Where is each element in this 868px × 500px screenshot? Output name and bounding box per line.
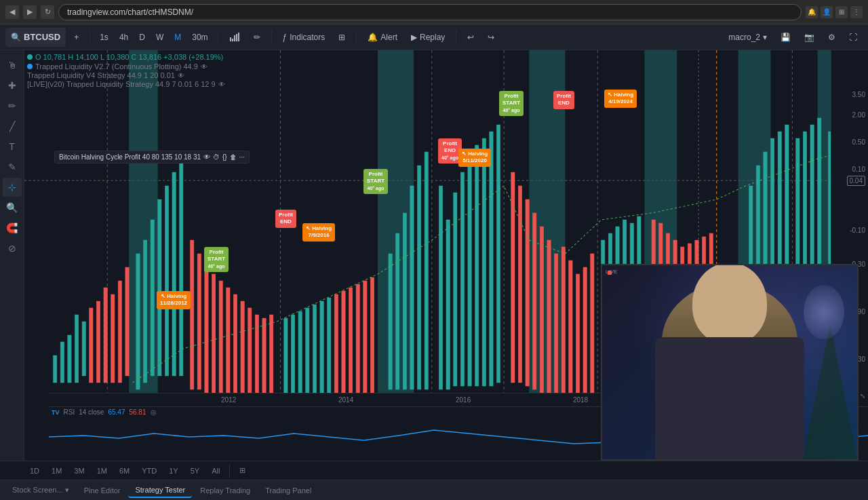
svg-rect-49: [248, 308, 252, 396]
scale-button[interactable]: ⤡: [860, 392, 865, 400]
bookmark-tool[interactable]: ⊘: [3, 239, 22, 258]
tf-bottom-1m[interactable]: 1M: [46, 464, 67, 478]
strategy-label[interactable]: Bitcoin Halving Cycle Profit 40 80 135 1…: [54, 151, 250, 164]
add-symbol-button[interactable]: +: [68, 28, 84, 47]
timeframe-bottom: 1D 1M 3M 1M 6M YTD 1Y 5Y All ⊞: [0, 461, 868, 480]
svg-rect-45: [219, 281, 222, 400]
crosshair-tool[interactable]: ✚: [3, 76, 22, 95]
camera-button[interactable]: 📷: [799, 28, 820, 47]
tf-1s[interactable]: 1s: [96, 28, 113, 47]
tf-compare-button[interactable]: ⊞: [234, 464, 251, 478]
svg-rect-92: [591, 254, 594, 393]
separator-1: [90, 31, 90, 44]
time-2012: 2012: [221, 396, 236, 404]
strategy-edit-icon[interactable]: ⏱: [213, 153, 220, 161]
svg-rect-90: [576, 274, 579, 393]
strategy-eye-icon[interactable]: 👁: [203, 153, 210, 161]
tab-stock-screen[interactable]: Stock Screen... ▾: [5, 483, 76, 498]
strategy-settings-icon[interactable]: {}: [222, 153, 227, 161]
separator-3: [271, 31, 272, 44]
browser-icon-4[interactable]: ⋮: [850, 6, 863, 18]
svg-rect-67: [396, 233, 399, 389]
redo-button[interactable]: ↪: [482, 28, 500, 47]
address-bar[interactable]: tradingview.com/chart/ctHMSDNM/: [58, 4, 802, 20]
svg-rect-43: [205, 267, 208, 396]
text-tool[interactable]: T: [3, 137, 22, 156]
svg-rect-73: [446, 220, 450, 389]
pen-tool[interactable]: ✏: [3, 96, 22, 115]
svg-rect-32: [118, 281, 121, 383]
tab-pine-editor[interactable]: Pine Editor: [77, 483, 127, 498]
settings-button[interactable]: ⚙: [823, 28, 841, 47]
svg-rect-23: [54, 355, 57, 383]
symbol-search[interactable]: 🔍 BTCUSD: [5, 28, 66, 47]
undo-button[interactable]: ↩: [462, 28, 479, 47]
tf-4h[interactable]: 4h: [115, 28, 132, 47]
browser-icon-1[interactable]: 🔔: [806, 6, 818, 18]
svg-rect-59: [328, 298, 331, 393]
drawing-button[interactable]: ✏: [248, 28, 266, 47]
svg-rect-78: [482, 138, 486, 386]
pencil-tool[interactable]: ✎: [3, 157, 22, 176]
svg-rect-30: [104, 288, 107, 383]
tf-bottom-6m[interactable]: 6M: [114, 464, 135, 478]
browser-icon-3[interactable]: ⊞: [835, 6, 848, 18]
browser-icon-2[interactable]: 👤: [821, 6, 833, 18]
svg-rect-60: [334, 294, 338, 393]
tf-m[interactable]: M: [170, 28, 185, 47]
price-3.50: 3.50: [852, 91, 865, 98]
svg-rect-3: [236, 34, 237, 41]
tf-bottom-1m2[interactable]: 1M: [92, 464, 113, 478]
svg-rect-44: [212, 274, 215, 400]
alert-button[interactable]: 🔔 Alert: [362, 28, 403, 47]
tf-bottom-5y[interactable]: 5Y: [185, 464, 205, 478]
svg-rect-4: [238, 33, 239, 41]
chart-container[interactable]: O 10,781 H 14,100 L 10,380 C 13,816 +3,0…: [24, 50, 868, 461]
tab-replay-trading[interactable]: Replay Trading: [193, 483, 257, 498]
strategy-delete-icon[interactable]: 🗑: [230, 153, 237, 161]
templates-button[interactable]: ⊞: [333, 28, 351, 47]
tf-bottom-1y[interactable]: 1Y: [163, 464, 183, 478]
tf-d[interactable]: D: [135, 28, 149, 47]
svg-rect-46: [226, 288, 230, 400]
tf-w[interactable]: W: [152, 28, 167, 47]
tf-bottom-1d[interactable]: 1D: [24, 464, 45, 478]
reload-button[interactable]: ↻: [41, 5, 54, 19]
time-2014: 2014: [338, 396, 353, 404]
replay-button[interactable]: ▶ Replay: [406, 28, 450, 47]
halving-2020-label: ↖ Halving5/11/2020: [458, 149, 491, 167]
replay-icon: ▶: [411, 33, 417, 42]
tab-trading-panel[interactable]: Trading Panel: [258, 483, 318, 498]
svg-rect-87: [554, 254, 557, 393]
main-layout: 🖱 ✚ ✏ ╱ T ✎ ⊹ 🔍 🧲 ⊘: [0, 50, 868, 461]
tf-bottom-all[interactable]: All: [206, 464, 225, 478]
tf-bottom-3m[interactable]: 3M: [68, 464, 90, 478]
measure-tool[interactable]: ⊹: [3, 178, 22, 197]
layout-button[interactable]: macro_2 ▾: [723, 28, 772, 47]
magnet-tool[interactable]: 🧲: [3, 218, 22, 237]
svg-rect-62: [349, 288, 352, 393]
bottom-bar: Stock Screen... ▾ Pine Editor Strategy T…: [0, 480, 868, 500]
strategy-more-icon[interactable]: ···: [239, 153, 245, 161]
svg-rect-36: [151, 220, 154, 376]
tab-strategy-tester[interactable]: Strategy Tester: [128, 483, 192, 498]
save-button[interactable]: 💾: [775, 28, 796, 47]
indicators-button[interactable]: ƒ Indicators: [277, 28, 331, 47]
chart-type-button[interactable]: [224, 28, 245, 47]
tf-bottom-ytd[interactable]: YTD: [136, 464, 162, 478]
fullscreen-button[interactable]: ⛶: [844, 28, 863, 47]
svg-rect-52: [270, 315, 273, 393]
forward-button[interactable]: ▶: [23, 5, 37, 19]
svg-rect-2: [234, 35, 235, 41]
zoom-tool[interactable]: 🔍: [3, 198, 22, 217]
svg-rect-77: [475, 145, 479, 386]
svg-rect-89: [569, 261, 572, 393]
cursor-tool[interactable]: 🖱: [3, 56, 22, 75]
svg-rect-42: [197, 254, 201, 389]
svg-rect-34: [136, 254, 140, 389]
svg-rect-80: [496, 125, 500, 383]
back-button[interactable]: ◀: [5, 5, 19, 19]
line-tool[interactable]: ╱: [3, 117, 22, 136]
alert-icon: 🔔: [368, 33, 378, 42]
tf-30m[interactable]: 30m: [188, 28, 212, 47]
